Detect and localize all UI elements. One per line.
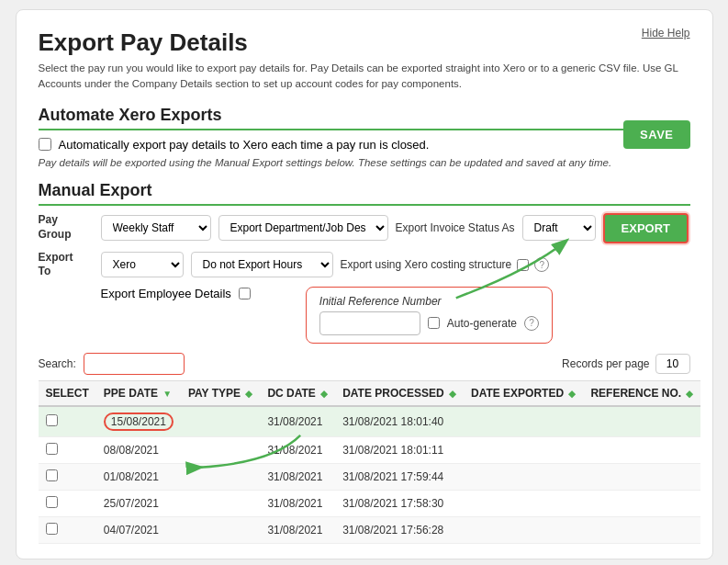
- pay-group-label: PayGroup: [39, 213, 94, 242]
- cell-date-processed: 31/08/2021 18:01:40: [335, 406, 464, 437]
- col-date-exported[interactable]: DATE EXPORTED ◆: [464, 380, 583, 406]
- col-reference-no[interactable]: REFERENCE NO. ◆: [583, 380, 700, 406]
- cell-date-exported: [464, 463, 583, 490]
- emp-details-checkbox[interactable]: [239, 288, 251, 299]
- cell-date-exported: [464, 436, 583, 463]
- cell-dc-date: 31/08/2021: [260, 463, 335, 490]
- cell-date-processed: 31/08/2021 17:59:44: [335, 463, 464, 490]
- manual-section: Manual Export PayGroup Weekly Staff Mont…: [39, 181, 690, 344]
- cell-select: [39, 436, 96, 463]
- auto-export-row: Automatically export pay details to Xero…: [39, 138, 690, 152]
- row-select-checkbox[interactable]: [46, 414, 58, 426]
- cell-select: [39, 406, 96, 437]
- cell-pay-type: [181, 463, 260, 490]
- ppe-date-highlighted: 15/08/2021: [104, 412, 174, 431]
- save-button[interactable]: SAVE: [623, 120, 689, 149]
- xero-costing-label: Export using Xero costing structure: [341, 258, 512, 271]
- cell-select: [39, 463, 96, 490]
- col-pay-type[interactable]: PAY TYPE ◆: [181, 380, 260, 406]
- help-text: Select the pay run you would like to exp…: [39, 61, 690, 93]
- hide-help-link[interactable]: Hide Help: [642, 27, 690, 40]
- table-row: 01/08/2021 31/08/2021 31/08/2021 17:59:4…: [39, 463, 701, 490]
- automate-section-title: Automate Xero Exports: [39, 106, 690, 130]
- cell-pay-type: [181, 490, 260, 516]
- cell-reference-no: [583, 436, 700, 463]
- records-table: SELECT PPE DATE ▼ PAY TYPE ◆ DC DATE ◆ D…: [39, 380, 701, 544]
- export-to-label: ExportTo: [39, 251, 94, 279]
- cell-dc-date: 31/08/2021: [260, 490, 335, 516]
- cell-select: [39, 490, 96, 516]
- cell-date-exported: [464, 490, 583, 516]
- cell-date-processed: 31/08/2021 17:58:30: [335, 490, 464, 516]
- cell-ppe-date: 15/08/2021: [96, 406, 181, 437]
- xero-costing-checkbox[interactable]: [517, 259, 529, 271]
- cell-dc-date: 31/08/2021: [260, 406, 335, 437]
- auto-generate-label: Auto-generate: [447, 317, 517, 330]
- cell-date-processed: 31/08/2021 17:56:28: [335, 516, 464, 543]
- manual-section-title: Manual Export: [39, 181, 690, 206]
- hours-select[interactable]: Do not Export Hours Export Hours: [191, 252, 333, 277]
- cell-date-processed: 31/08/2021 18:01:11: [335, 436, 464, 463]
- ref-input-row: Auto-generate ?: [319, 311, 539, 335]
- col-ppe-date[interactable]: PPE DATE ▼: [96, 380, 181, 406]
- dept-select[interactable]: Export Department/Job Descriptions Do no…: [218, 215, 388, 241]
- emp-details-label: Export Employee Details: [101, 287, 231, 300]
- automate-section: Automate Xero Exports Automatically expo…: [39, 106, 690, 168]
- cell-pay-type: [181, 436, 260, 463]
- search-label: Search:: [39, 357, 76, 370]
- row-select-checkbox[interactable]: [46, 443, 58, 455]
- col-dc-date[interactable]: DC DATE ◆: [260, 380, 335, 406]
- invoice-status-select[interactable]: Draft Approved: [522, 215, 596, 241]
- xero-costing-help-icon[interactable]: ?: [534, 257, 549, 272]
- row-select-checkbox[interactable]: [46, 496, 58, 508]
- row-select-checkbox[interactable]: [46, 523, 58, 535]
- records-per-page-input[interactable]: 10: [655, 354, 690, 374]
- auto-generate-help-icon[interactable]: ?: [524, 316, 539, 331]
- pay-group-row: PayGroup Weekly Staff Monthly Staff Fort…: [39, 213, 690, 243]
- ref-section: Initial Reference Number Auto-generate ?: [306, 287, 553, 344]
- cell-dc-date: 31/08/2021: [260, 436, 335, 463]
- export-button[interactable]: EXPORT: [603, 213, 689, 243]
- auto-generate-checkbox[interactable]: [428, 317, 440, 329]
- xero-costing-row: Export using Xero costing structure ?: [341, 257, 550, 272]
- cell-reference-no: [583, 406, 700, 437]
- cell-date-exported: [464, 516, 583, 543]
- cell-ppe-date: 25/07/2021: [96, 490, 181, 516]
- cell-reference-no: [583, 516, 700, 543]
- page-title: Export Pay Details: [39, 28, 690, 57]
- pay-group-select[interactable]: Weekly Staff Monthly Staff Fortnightly: [101, 215, 211, 241]
- cell-date-exported: [464, 406, 583, 437]
- emp-details-row: Export Employee Details: [101, 287, 251, 300]
- row-select-checkbox[interactable]: [46, 469, 58, 481]
- cell-pay-type: [181, 406, 260, 437]
- records-per-page: Records per page 10: [562, 354, 689, 374]
- search-left: Search:: [39, 353, 185, 375]
- ref-title: Initial Reference Number: [319, 295, 442, 308]
- emp-ref-row: Export Employee Details Initial Referenc…: [101, 287, 690, 344]
- cell-pay-type: [181, 516, 260, 543]
- search-input[interactable]: [84, 353, 185, 375]
- col-date-processed[interactable]: DATE PROCESSED ◆: [335, 380, 464, 406]
- cell-ppe-date: 01/08/2021: [96, 463, 181, 490]
- records-per-page-label: Records per page: [562, 357, 649, 370]
- auto-export-checkbox[interactable]: [39, 138, 51, 151]
- cell-reference-no: [583, 490, 700, 516]
- cell-select: [39, 516, 96, 543]
- export-to-row: ExportTo Xero CSV Do not Export Hours Ex…: [39, 251, 690, 279]
- table-row: 25/07/2021 31/08/2021 31/08/2021 17:58:3…: [39, 490, 701, 516]
- cell-dc-date: 31/08/2021: [260, 516, 335, 543]
- cell-ppe-date: 08/08/2021: [96, 436, 181, 463]
- cell-reference-no: [583, 463, 700, 490]
- automate-note: Pay details will be exported using the M…: [39, 157, 690, 168]
- table-row: 08/08/2021 31/08/2021 31/08/2021 18:01:1…: [39, 436, 701, 463]
- invoice-status-label: Export Invoice Status As: [396, 221, 515, 234]
- table-row: 15/08/2021 31/08/2021 31/08/2021 18:01:4…: [39, 406, 701, 437]
- ref-number-input[interactable]: [319, 311, 420, 335]
- table-row: 04/07/2021 31/08/2021 31/08/2021 17:56:2…: [39, 516, 701, 543]
- search-bar: Search: Records per page 10: [39, 353, 690, 375]
- export-to-select[interactable]: Xero CSV: [101, 252, 184, 277]
- cell-ppe-date: 04/07/2021: [96, 516, 181, 543]
- auto-export-label: Automatically export pay details to Xero…: [59, 138, 430, 152]
- col-select: SELECT: [39, 380, 96, 406]
